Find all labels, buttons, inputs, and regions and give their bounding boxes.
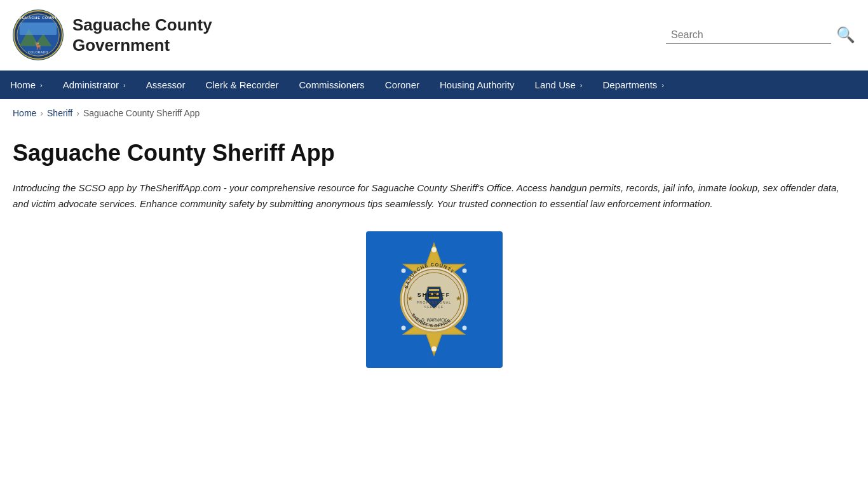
svg-text:SHERIFF: SHERIFF: [417, 292, 451, 298]
site-title: Saguache County Government: [72, 15, 212, 56]
nav-item-land-use[interactable]: Land Use ›: [525, 71, 593, 99]
svg-point-16: [431, 247, 437, 252]
svg-text:SAGUACHE COUNTY: SAGUACHE COUNTY: [16, 16, 60, 20]
nav-label-land-use: Land Use: [535, 79, 576, 90]
chevron-icon-administrator: ›: [123, 81, 126, 89]
breadcrumb-current: Saguache County Sheriff App: [83, 108, 200, 118]
chevron-icon-land-use: ›: [580, 81, 583, 89]
logo-svg: SAGUACHE COUNTY COLORADO 🦌: [13, 10, 63, 60]
breadcrumb-sheriff-link[interactable]: Sheriff: [47, 108, 72, 118]
page-intro: Introducing the SCSO app by TheSheriffAp…: [13, 180, 855, 212]
nav-label-administrator: Administrator: [63, 79, 119, 90]
nav-label-coroner: Coroner: [385, 79, 419, 90]
nav-item-assessor[interactable]: Assessor: [136, 71, 196, 99]
svg-point-20: [402, 326, 406, 330]
nav-label-departments: Departments: [602, 79, 657, 90]
nav-item-clerk-recorder[interactable]: Clerk & Recorder: [195, 71, 288, 99]
nav-item-departments[interactable]: Departments ›: [592, 71, 674, 99]
search-area: 🔍: [666, 26, 855, 44]
nav-item-home[interactable]: Home ›: [0, 71, 53, 99]
svg-rect-3: [20, 23, 57, 36]
svg-point-17: [431, 346, 437, 351]
search-input[interactable]: [666, 27, 831, 44]
nav-item-coroner[interactable]: Coroner: [375, 71, 430, 99]
site-header: SAGUACHE COUNTY COLORADO 🦌 Saguache Coun…: [0, 0, 868, 71]
chevron-icon-home: ›: [40, 81, 43, 89]
svg-point-18: [402, 269, 406, 273]
page-title: Saguache County Sheriff App: [13, 140, 855, 166]
svg-text:COLORADO: COLORADO: [28, 51, 48, 54]
logo-area: SAGUACHE COUNTY COLORADO 🦌 Saguache Coun…: [13, 10, 212, 60]
nav-label-clerk-recorder: Clerk & Recorder: [205, 79, 278, 90]
nav-item-administrator[interactable]: Administrator ›: [53, 71, 136, 99]
svg-text:SERVICE: SERVICE: [424, 305, 444, 309]
nav-label-home: Home: [10, 79, 36, 90]
breadcrumb-sep-1: ›: [40, 108, 43, 118]
sheriff-image-container: SAGUACHE COUNTY SHERIFF PROFESSIONAL SER…: [13, 231, 855, 368]
search-icon: 🔍: [836, 26, 855, 43]
sheriff-badge-svg: SAGUACHE COUNTY SHERIFF PROFESSIONAL SER…: [370, 236, 498, 363]
site-logo: SAGUACHE COUNTY COLORADO 🦌: [13, 10, 64, 60]
svg-text:★: ★: [456, 295, 461, 302]
main-content: Saguache County Sheriff App Introducing …: [0, 127, 868, 393]
nav-label-assessor: Assessor: [146, 79, 186, 90]
svg-text:★: ★: [407, 295, 413, 302]
nav-label-housing-authority: Housing Authority: [440, 79, 515, 90]
nav-item-commissioners[interactable]: Commissioners: [288, 71, 374, 99]
breadcrumb-sep-2: ›: [76, 108, 79, 118]
sheriff-badge-image: SAGUACHE COUNTY SHERIFF PROFESSIONAL SER…: [366, 231, 503, 368]
svg-point-19: [463, 269, 467, 273]
search-button[interactable]: 🔍: [836, 26, 855, 44]
svg-point-21: [463, 326, 467, 330]
svg-text:D. WARWICK: D. WARWICK: [421, 318, 447, 322]
nav-label-commissioners: Commissioners: [299, 79, 364, 90]
svg-text:PROFESSIONAL: PROFESSIONAL: [417, 301, 452, 304]
chevron-icon-departments: ›: [661, 81, 664, 89]
main-nav: Home › Administrator › Assessor Clerk & …: [0, 71, 868, 99]
svg-rect-13: [429, 289, 439, 291]
breadcrumb-home-link[interactable]: Home: [13, 108, 36, 118]
nav-item-housing-authority[interactable]: Housing Authority: [430, 71, 525, 99]
breadcrumb: Home › Sheriff › Saguache County Sheriff…: [0, 99, 868, 127]
svg-text:🦌: 🦌: [34, 41, 43, 50]
